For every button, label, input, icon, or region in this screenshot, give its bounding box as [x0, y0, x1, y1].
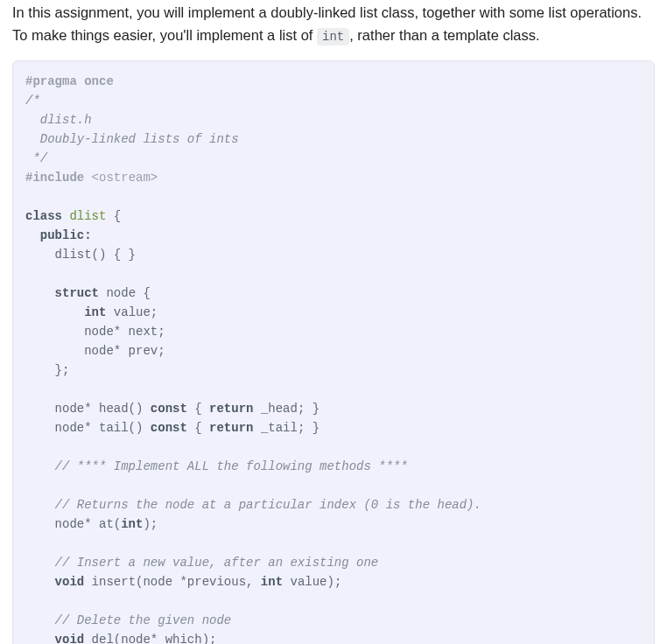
code-line: #pragma once [25, 74, 114, 88]
code-line: dlist.h [25, 113, 92, 127]
code-token: { [106, 209, 121, 223]
code-token: { [187, 421, 209, 435]
code-token: void [55, 633, 85, 644]
code-line: public: [25, 228, 92, 242]
code-token: #include [25, 171, 84, 185]
code-token: class [25, 209, 62, 223]
document-page: In this assignment, you will implement a… [0, 2, 667, 644]
code-token: struct [55, 286, 99, 300]
code-pre: #pragma once /* dlist.h Doubly-linked li… [25, 72, 642, 644]
code-token: ); [143, 517, 158, 531]
intro-paragraph: In this assignment, you will implement a… [12, 2, 655, 46]
code-token: <ostream> [84, 171, 158, 185]
code-token: const [151, 402, 187, 416]
code-token: node* tail() [25, 421, 151, 435]
code-line: node* next; [25, 325, 165, 339]
code-token: int [261, 575, 283, 589]
code-line: */ [25, 151, 47, 165]
code-line: // Delete the given node [25, 613, 231, 627]
code-token: int [121, 517, 143, 531]
code-token: _head; } [253, 402, 319, 416]
code-block: #pragma once /* dlist.h Doubly-linked li… [12, 60, 655, 644]
code-line: // **** Implement ALL the following meth… [25, 459, 408, 473]
code-token [25, 575, 55, 589]
code-line: Doubly-linked lists of ints [25, 132, 239, 146]
code-token: value; [106, 305, 158, 319]
code-token: dlist [62, 209, 106, 223]
code-token: insert(node *previous, [84, 575, 261, 589]
code-token: node* head() [25, 402, 151, 416]
code-line: dlist() { } [25, 248, 136, 262]
code-token: del(node* which); [84, 633, 216, 644]
inline-code-int: int [317, 28, 349, 46]
code-token: int [84, 305, 106, 319]
code-token [25, 286, 55, 300]
code-token: node { [99, 286, 151, 300]
code-line: // Insert a new value, after an existing… [25, 556, 378, 570]
code-token [25, 633, 55, 644]
code-token: _tail; } [253, 421, 319, 435]
code-line: // Returns the node at a particular inde… [25, 498, 481, 512]
code-token: { [187, 402, 209, 416]
code-line: /* [25, 94, 40, 108]
intro-text-suffix: , rather than a template class. [349, 27, 539, 43]
code-line: }; [25, 363, 69, 377]
code-token [25, 305, 84, 319]
code-line: node* prev; [25, 344, 165, 358]
code-token: return [209, 402, 253, 416]
code-token: void [55, 575, 85, 589]
code-token: const [151, 421, 187, 435]
code-token: node* at( [25, 517, 121, 531]
code-token: return [209, 421, 253, 435]
code-token: value); [283, 575, 341, 589]
